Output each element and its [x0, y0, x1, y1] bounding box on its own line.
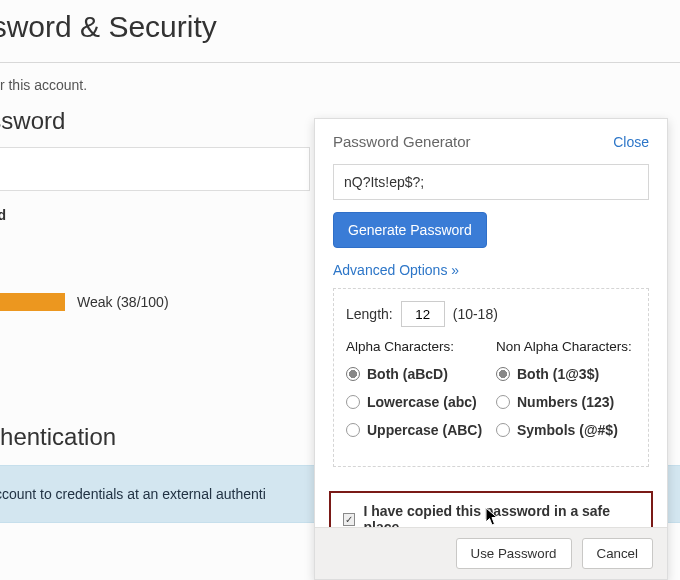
- length-range: (10-18): [453, 306, 498, 322]
- generated-password-input[interactable]: [333, 164, 649, 200]
- nonalpha-heading: Non Alpha Characters:: [496, 339, 636, 354]
- modal-title: Password Generator: [333, 133, 471, 150]
- alpha-lowercase-radio[interactable]: Lowercase (abc): [346, 394, 486, 410]
- checkbox-icon: ✓: [343, 513, 355, 526]
- advanced-options-panel: Length: (10-18) Alpha Characters: Both (…: [333, 288, 649, 467]
- alpha-uppercase-radio[interactable]: Uppercase (ABC): [346, 422, 486, 438]
- password-field-wrap[interactable]: [0, 147, 310, 191]
- advanced-options-link[interactable]: Advanced Options »: [333, 262, 459, 278]
- password-generator-modal: Password Generator Close Generate Passwo…: [314, 118, 668, 580]
- radio-label: Symbols (@#$): [517, 422, 618, 438]
- radio-icon: [496, 367, 510, 381]
- nonalpha-symbols-radio[interactable]: Symbols (@#$): [496, 422, 636, 438]
- radio-icon: [346, 367, 360, 381]
- cancel-button[interactable]: Cancel: [582, 538, 654, 569]
- strength-text: Weak (38/100): [77, 294, 169, 310]
- alpha-heading: Alpha Characters:: [346, 339, 486, 354]
- page-description: ssword for this account.: [0, 77, 680, 93]
- length-label: Length:: [346, 306, 393, 322]
- divider: [0, 62, 680, 63]
- radio-icon: [346, 423, 360, 437]
- radio-icon: [346, 395, 360, 409]
- page-title: Password & Security: [0, 10, 680, 44]
- nonalpha-numbers-radio[interactable]: Numbers (123): [496, 394, 636, 410]
- close-link[interactable]: Close: [613, 134, 649, 150]
- radio-label: Lowercase (abc): [367, 394, 477, 410]
- strength-meter-fill: [0, 293, 65, 311]
- use-password-button[interactable]: Use Password: [456, 538, 572, 569]
- alpha-both-radio[interactable]: Both (aBcD): [346, 366, 486, 382]
- length-input[interactable]: [401, 301, 445, 327]
- nonalpha-both-radio[interactable]: Both (1@3$): [496, 366, 636, 382]
- radio-icon: [496, 423, 510, 437]
- radio-icon: [496, 395, 510, 409]
- generate-password-button[interactable]: Generate Password: [333, 212, 487, 248]
- radio-label: Numbers (123): [517, 394, 614, 410]
- radio-label: Both (aBcD): [367, 366, 448, 382]
- radio-label: Both (1@3$): [517, 366, 599, 382]
- radio-label: Uppercase (ABC): [367, 422, 482, 438]
- strength-meter: Weak (38/100): [0, 293, 330, 311]
